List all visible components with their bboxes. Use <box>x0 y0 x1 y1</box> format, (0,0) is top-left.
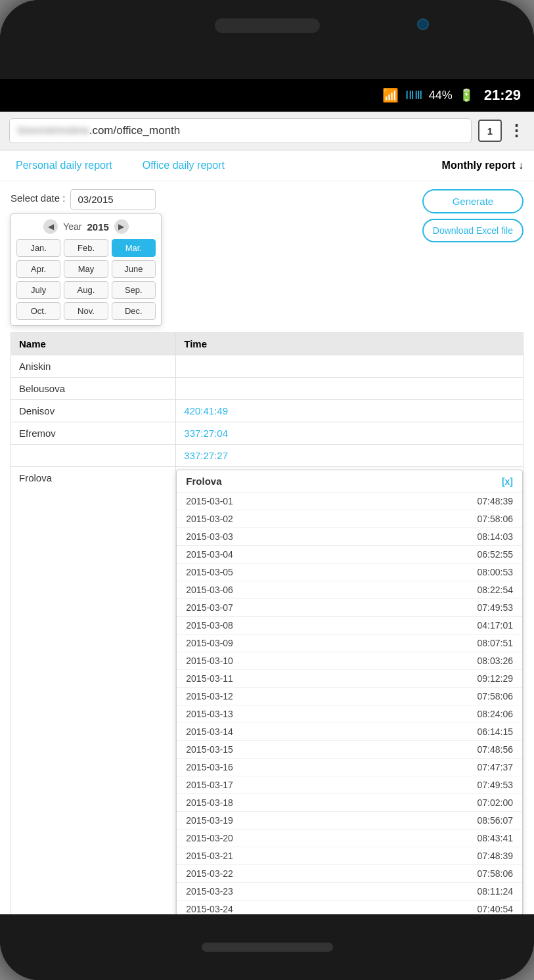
table-row-frolova: FrolovaFrolova[x]2015-03-0107:48:392015-… <box>11 467 523 915</box>
popup-time: 07:47:37 <box>478 762 514 772</box>
popup-row: 2015-03-1109:12:29 <box>177 670 522 688</box>
cal-months: Jan.Feb.Mar.Apr.MayJuneJulyAug.Sep.Oct.N… <box>16 239 156 320</box>
popup-row: 2015-03-0707:49:53 <box>177 599 522 617</box>
cal-month-may[interactable]: May <box>64 260 108 278</box>
home-button[interactable] <box>202 943 333 952</box>
nav-tabs: Personal daily report Office daily repor… <box>0 150 534 181</box>
main-area: Select date : ◀ Year 2015 ▶ Jan.Feb.Mar.… <box>0 181 534 914</box>
cell-time[interactable]: 420:41:49 <box>176 400 523 422</box>
popup-time: 07:49:53 <box>478 602 514 613</box>
popup-date: 2015-03-22 <box>186 868 233 879</box>
cal-year-label: Year <box>63 221 81 232</box>
date-input[interactable] <box>70 189 156 210</box>
cal-month-sep[interactable]: Sep. <box>112 281 156 299</box>
screen-content: Personal daily report Office daily repor… <box>0 150 534 914</box>
table-row: Denisov420:41:49 <box>11 400 523 422</box>
popup-date: 2015-03-19 <box>186 815 233 826</box>
frolova-popup-container: Frolova[x]2015-03-0107:48:392015-03-0207… <box>176 467 523 915</box>
cal-month-mar[interactable]: Mar. <box>112 239 156 257</box>
cal-month-dec[interactable]: Dec. <box>112 302 156 320</box>
generate-button[interactable]: Generate <box>422 189 523 213</box>
popup-row: 2015-03-0207:58:06 <box>177 510 522 528</box>
cal-month-jan[interactable]: Jan. <box>16 239 60 257</box>
popup-time: 08:00:53 <box>478 567 514 577</box>
table-row: Efremov337:27:04 <box>11 422 523 445</box>
cell-time[interactable]: 337:27:27 <box>176 445 523 467</box>
action-buttons: Generate Download Excel file <box>422 189 523 242</box>
popup-close-button[interactable]: [x] <box>502 476 513 487</box>
popup-date: 2015-03-06 <box>186 585 233 595</box>
cal-month-apr[interactable]: Apr. <box>16 260 60 278</box>
download-button[interactable]: Download Excel file <box>422 219 523 242</box>
time-link[interactable]: 337:27:04 <box>184 428 228 439</box>
popup-date: 2015-03-02 <box>186 514 233 524</box>
popup-row: 2015-03-2008:43:41 <box>177 830 522 847</box>
popup-time: 08:03:26 <box>478 656 514 666</box>
popup-row: 2015-03-1406:14:15 <box>177 723 522 741</box>
popup-time: 07:48:56 <box>478 744 514 755</box>
date-section: Select date : ◀ Year 2015 ▶ Jan.Feb.Mar.… <box>11 189 416 326</box>
tab-monthly[interactable]: Monthly report ↓ <box>442 160 523 171</box>
report-table: Name Time AniskinBelousovaDenisov420:41:… <box>11 332 523 914</box>
popup-row: 2015-03-1507:48:56 <box>177 741 522 759</box>
popup-time: 07:48:39 <box>478 851 514 861</box>
phone-frame: 📶 ⅠⅡⅢ 44% 🔋 21:29 bisonstrinoline.com/of… <box>0 0 534 980</box>
cal-month-feb[interactable]: Feb. <box>64 239 108 257</box>
popup-row: 2015-03-0908:07:51 <box>177 635 522 652</box>
popup-date: 2015-03-03 <box>186 531 233 542</box>
popup-row: 2015-03-1807:02:00 <box>177 794 522 812</box>
popup-row: 2015-03-0107:48:39 <box>177 493 522 510</box>
signal-icon: ⅠⅡⅢ <box>405 88 422 102</box>
popup-time: 08:11:24 <box>478 886 514 897</box>
popup-date: 2015-03-14 <box>186 726 233 737</box>
popup-row: 2015-03-0406:52:55 <box>177 546 522 564</box>
popup-row: 2015-03-1607:47:37 <box>177 759 522 776</box>
popup-time: 08:24:06 <box>478 709 514 719</box>
popup-time: 07:02:00 <box>478 797 514 808</box>
cal-month-aug[interactable]: Aug. <box>64 281 108 299</box>
popup-row: 2015-03-2308:11:24 <box>177 883 522 901</box>
popup-date: 2015-03-05 <box>186 567 233 577</box>
browser-bar: bisonstrinoline.com/office_month 1 ⋮ <box>0 112 534 150</box>
popup-time: 07:49:53 <box>478 780 514 790</box>
cal-month-june[interactable]: June <box>112 260 156 278</box>
popup-date: 2015-03-23 <box>186 886 233 897</box>
popup-date: 2015-03-11 <box>186 673 233 684</box>
top-controls: Select date : ◀ Year 2015 ▶ Jan.Feb.Mar.… <box>11 189 523 326</box>
cal-month-oct[interactable]: Oct. <box>16 302 60 320</box>
cell-name: Denisov <box>11 400 176 422</box>
status-bar: 📶 ⅠⅡⅢ 44% 🔋 21:29 <box>0 79 534 112</box>
time-link[interactable]: 420:41:49 <box>184 405 228 416</box>
tab-personal[interactable]: Personal daily report <box>11 157 118 174</box>
popup-time: 08:43:41 <box>478 833 514 843</box>
cal-month-nov[interactable]: Nov. <box>64 302 108 320</box>
time-link[interactable]: 337:27:27 <box>184 450 228 461</box>
popup-date: 2015-03-20 <box>186 833 233 843</box>
popup-date: 2015-03-17 <box>186 780 233 790</box>
tab-button[interactable]: 1 <box>478 120 502 142</box>
popup-time: 07:58:06 <box>478 514 514 524</box>
popup-time: 06:14:15 <box>478 726 514 737</box>
table-row: Belousova <box>11 378 523 400</box>
popup-time: 08:14:03 <box>478 531 514 542</box>
url-bar[interactable]: bisonstrinoline.com/office_month <box>9 118 472 143</box>
tab-office[interactable]: Office daily report <box>137 157 230 174</box>
cal-year-value: 2015 <box>87 221 108 233</box>
popup-time: 08:56:07 <box>478 815 514 826</box>
popup-time: 07:58:06 <box>478 691 514 702</box>
popup-date: 2015-03-10 <box>186 656 233 666</box>
calendar-dropdown: ◀ Year 2015 ▶ Jan.Feb.Mar.Apr.MayJuneJul… <box>11 213 162 326</box>
browser-menu-button[interactable]: ⋮ <box>508 122 525 140</box>
popup-date: 2015-03-21 <box>186 851 233 861</box>
popup-date: 2015-03-12 <box>186 691 233 702</box>
battery-icon: 🔋 <box>459 88 474 102</box>
cal-month-july[interactable]: July <box>16 281 60 299</box>
popup-header: Frolova[x] <box>177 470 522 493</box>
popup-row: 2015-03-0804:17:01 <box>177 617 522 635</box>
phone-top <box>0 0 534 79</box>
phone-speaker <box>215 18 320 33</box>
cell-time[interactable]: 337:27:04 <box>176 422 523 445</box>
cal-next-year[interactable]: ▶ <box>114 219 129 234</box>
popup-date: 2015-03-09 <box>186 638 233 648</box>
cal-prev-year[interactable]: ◀ <box>43 219 58 234</box>
